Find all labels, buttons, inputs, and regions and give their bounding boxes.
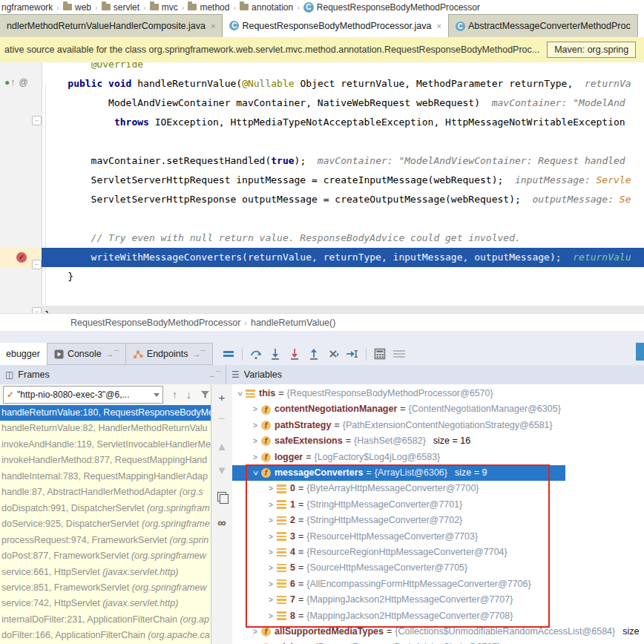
code-line[interactable]: }	[42, 306, 644, 313]
code-line[interactable]: ModelAndViewContainer mavContainer, Nati…	[42, 93, 644, 113]
frames-pin-icon[interactable]: →¯	[208, 370, 220, 379]
breakpoint-icon[interactable]: ✓	[16, 252, 27, 263]
frame-text: handle:87, AbstractHandlerMethodAdapter	[1, 487, 180, 497]
code-line[interactable]	[42, 209, 644, 229]
editor-tab[interactable]: CAbstractMessageConverterMethodProc	[449, 14, 638, 37]
tab-pin-icon[interactable]: →¯	[106, 349, 119, 358]
chevron-collapsed-icon[interactable]: >	[251, 433, 260, 449]
evaluate-expression-icon[interactable]	[370, 345, 390, 363]
code-line[interactable]: public void handleReturnValue(@Nullable …	[42, 74, 644, 93]
frame-row[interactable]: handleReturnValue:180, RequestResponseBo…	[0, 405, 211, 421]
frame-row[interactable]: service:661, HttpServlet (javax.servlet.…	[0, 565, 211, 580]
breadcrumb-item[interactable]: servlet	[102, 2, 139, 13]
breadcrumb-item[interactable]: CRequestResponseBodyMethodProcessor	[303, 2, 480, 13]
breadcrumb-item[interactable]: mvc	[150, 2, 178, 13]
breadcrumb-item[interactable]: annotation	[240, 2, 293, 13]
frame-row[interactable]: doFilter:166, ApplicationFilterChain (or…	[0, 628, 211, 643]
remove-watch-icon[interactable]: −	[211, 410, 232, 426]
variable-row[interactable]: >fcontentNegotiationManager={ContentNego…	[232, 401, 644, 417]
maven-source-button[interactable]: Maven: org.spring	[547, 42, 636, 58]
frame-up-icon[interactable]: ↑	[172, 389, 177, 401]
variable-row[interactable]: >fsafeExtensions={HashSet@6582}size = 16	[232, 433, 644, 449]
chevron-collapsed-icon[interactable]: >	[251, 418, 260, 433]
code-text	[102, 78, 108, 89]
debug-tab-ebugger[interactable]: ebugger	[0, 343, 47, 365]
editor-gutter[interactable]: ✓●↑ @–––	[0, 62, 42, 313]
frame-row[interactable]: service:851, FrameworkServlet (org.sprin…	[0, 580, 211, 596]
tab-pin-icon[interactable]: →¯	[192, 349, 205, 358]
infinity-icon[interactable]: ∞	[211, 515, 232, 531]
frame-row[interactable]: handle:87, AbstractHandlerMethodAdapter …	[0, 484, 211, 500]
fold-marker-icon[interactable]: –	[32, 116, 42, 125]
override-gutter-icon[interactable]: ●↑ @	[4, 77, 29, 88]
frame-row[interactable]: processRequest:974, FrameworkServlet (or…	[0, 533, 211, 548]
force-step-into-icon[interactable]	[285, 345, 304, 363]
frame-row[interactable]: handleInternal:783, RequestMappingHandle…	[0, 469, 211, 484]
add-watch-icon[interactable]: +	[211, 389, 232, 405]
code-line[interactable]: throws IOException, HttpMediaTypeNotAcce…	[42, 113, 644, 132]
duplicate-icon[interactable]	[211, 488, 232, 505]
code-line[interactable]: mavContainer.setRequestHandled(true); ma…	[42, 151, 644, 171]
tab-label: ebugger	[6, 349, 40, 359]
editor-breadcrumb-item[interactable]: RequestResponseBodyMethodProcessor	[70, 318, 240, 328]
run-to-cursor-icon[interactable]	[343, 345, 362, 363]
breadcrumb-item[interactable]: web	[63, 2, 91, 13]
filter-icon[interactable]	[200, 390, 210, 399]
debug-tab-console[interactable]: Console→¯	[47, 343, 126, 365]
breadcrumb-item[interactable]: method	[188, 2, 229, 13]
variable-row[interactable]: >fpathStrategy={PathExtensionContentNego…	[232, 418, 644, 433]
breadcrumb-separator: ›	[56, 3, 59, 12]
breadcrumb-separator: ›	[233, 3, 236, 12]
code-text: @Nullable	[242, 78, 294, 89]
frame-row[interactable]: handleReturnValue:82, HandlerMethodRetur…	[0, 421, 211, 436]
editor-breadcrumb-item[interactable]: handleReturnValue()	[251, 318, 335, 328]
breadcrumb-item[interactable]: ngframework	[1, 2, 53, 13]
code-text: handleReturnValue(	[131, 78, 242, 89]
chevron-collapsed-icon[interactable]: >	[251, 450, 260, 465]
editor-tab[interactable]: ndlerMethodReturnValueHandlerComposite.j…	[0, 14, 223, 37]
frame-row[interactable]: doDispatch:991, DispatcherServlet (org.s…	[0, 501, 211, 516]
fold-marker-icon[interactable]: –	[32, 260, 42, 269]
move-up-icon[interactable]: ▲	[211, 438, 232, 454]
thread-selector[interactable]: ✓ "http-nio-8080-exec-3"@6,...	[3, 386, 163, 404]
view-options-icon[interactable]	[219, 345, 238, 363]
code-line[interactable]: // Try even with null return value. Resp…	[42, 229, 644, 248]
code-line[interactable]: ServletServerHttpRequest inputMessage = …	[42, 171, 644, 190]
debug-tab-endpoints[interactable]: Endpoints→¯	[125, 343, 213, 365]
close-icon[interactable]: ×	[211, 22, 215, 30]
code-line[interactable]: }	[42, 267, 644, 286]
frame-row[interactable]: doPost:877, FrameworkServlet (org.spring…	[0, 548, 211, 564]
frames-panel-icon: ◫	[5, 369, 13, 380]
code-line[interactable]: writeWithMessageConverters(returnValue, …	[42, 248, 644, 267]
code-editor[interactable]: ✓●↑ @––– @Override public void handleRet…	[0, 62, 644, 313]
frame-row[interactable]: doService:925, DispatcherServlet (org.sp…	[0, 516, 211, 532]
step-over-icon[interactable]	[246, 345, 266, 363]
variable-name: safeExtensions	[275, 433, 343, 449]
editor-tab[interactable]: CRequestResponseBodyMethodProcessor.java…	[223, 14, 448, 37]
step-out-icon[interactable]	[304, 345, 323, 363]
close-icon[interactable]: ×	[436, 22, 441, 30]
frame-row[interactable]: invokeAndHandle:119, ServletInvocableHan…	[0, 437, 211, 453]
variable-size: size = 16	[433, 433, 470, 449]
thread-status-icon: ✓	[7, 390, 14, 400]
frame-text: doPost:877, FrameworkServlet	[1, 551, 131, 561]
variable-row[interactable]: >this={RequestResponseBodyMethodProcesso…	[232, 386, 644, 401]
code-line[interactable]	[42, 286, 644, 306]
frame-row[interactable]: internalDoFilter:231, ApplicationFilterC…	[0, 612, 211, 628]
code-line[interactable]: ServletServerHttpResponse outputMessage …	[42, 190, 644, 209]
fold-marker-icon[interactable]: –	[32, 307, 42, 313]
frame-row[interactable]: invokeHandlerMethod:877, RequestMappingH…	[0, 453, 211, 468]
frame-row[interactable]: service:742, HttpServlet (javax.servlet.…	[0, 596, 211, 611]
variable-row[interactable]: >fadvice={RequestResponseBodyAdviceChain…	[232, 640, 644, 644]
breadcrumb-separator: ›	[95, 3, 98, 12]
move-down-icon[interactable]: ▼	[211, 461, 232, 478]
code-line[interactable]: @Override	[42, 62, 644, 74]
chevron-collapsed-icon[interactable]: >	[251, 640, 260, 644]
chevron-collapsed-icon[interactable]: >	[251, 401, 260, 417]
frame-down-icon[interactable]: ↓	[186, 389, 191, 401]
variable-row[interactable]: >flogger={LogFactory$Log4jLog@6583}	[232, 450, 644, 465]
step-into-icon[interactable]	[266, 345, 285, 363]
code-line[interactable]	[42, 132, 644, 151]
trace-streams-icon[interactable]	[390, 345, 409, 363]
drop-frame-icon[interactable]	[323, 345, 343, 363]
